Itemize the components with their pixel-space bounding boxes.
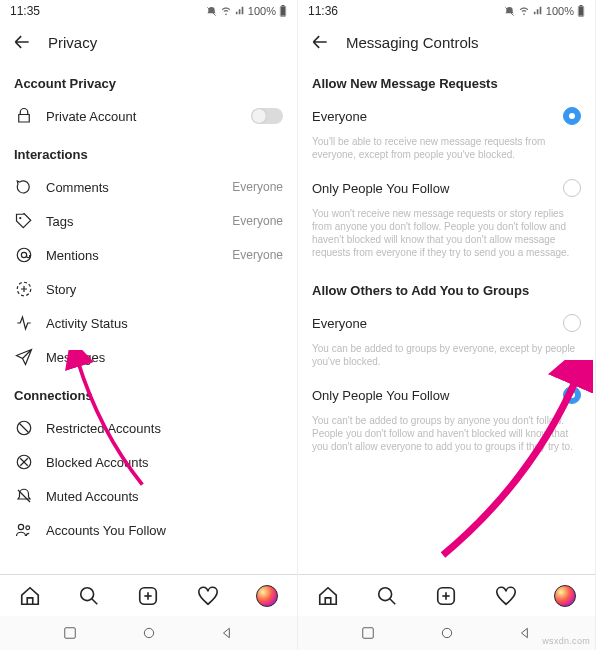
tab-bar [298, 574, 595, 616]
blocked-label: Blocked Accounts [46, 455, 283, 470]
row-muted[interactable]: Muted Accounts [14, 479, 283, 513]
row-mentions[interactable]: Mentions Everyone [14, 238, 283, 272]
row-messages[interactable]: Messages [14, 340, 283, 374]
phone-right: 11:36 100% Messaging Controls Allow New … [298, 0, 596, 650]
tab-bar [0, 574, 297, 616]
content: Account Privacy Private Account Interact… [0, 62, 297, 574]
page-title: Privacy [48, 34, 97, 51]
option-only-follow-label: Only People You Follow [312, 181, 551, 196]
section-groups: Allow Others to Add You to Groups [312, 269, 581, 306]
activity-icon [14, 314, 34, 332]
signal-icon [533, 6, 543, 16]
group-only-follow-label: Only People You Follow [312, 388, 551, 403]
section-connections: Connections [14, 374, 283, 411]
tab-new-post[interactable] [435, 585, 457, 607]
tab-profile[interactable] [554, 585, 576, 607]
nav-recent[interactable] [62, 625, 78, 641]
svg-point-6 [21, 252, 26, 257]
restricted-icon [14, 419, 34, 437]
group-option-only-follow[interactable]: Only People You Follow [312, 378, 581, 412]
svg-line-17 [92, 598, 98, 604]
phone-left: 11:35 100% Privacy Account Privacy Priva… [0, 0, 298, 650]
radio-only-follow[interactable] [563, 179, 581, 197]
story-label: Story [46, 282, 283, 297]
help-only-follow: You won't receive new message requests o… [312, 205, 581, 269]
row-activity-status[interactable]: Activity Status [14, 306, 283, 340]
help-everyone: You'll be able to receive new message re… [312, 133, 581, 171]
tab-home[interactable] [317, 585, 339, 607]
svg-line-28 [390, 598, 396, 604]
row-blocked[interactable]: Blocked Accounts [14, 445, 283, 479]
row-story[interactable]: Story [14, 272, 283, 306]
lock-icon [14, 107, 34, 125]
section-account-privacy: Account Privacy [14, 62, 283, 99]
option-only-follow[interactable]: Only People You Follow [312, 171, 581, 205]
tab-activity[interactable] [197, 585, 219, 607]
group-option-everyone[interactable]: Everyone [312, 306, 581, 340]
option-everyone[interactable]: Everyone [312, 99, 581, 133]
page-title: Messaging Controls [346, 34, 479, 51]
row-comments[interactable]: Comments Everyone [14, 170, 283, 204]
tags-label: Tags [46, 214, 220, 229]
help-group-only-follow: You can't be added to groups by anyone y… [312, 412, 581, 463]
svg-rect-25 [580, 5, 583, 6]
row-accounts-follow[interactable]: Accounts You Follow [14, 513, 283, 547]
messages-icon [14, 348, 34, 366]
tab-profile[interactable] [256, 585, 278, 607]
svg-point-33 [442, 628, 451, 637]
wifi-icon [518, 6, 530, 16]
radio-group-only-follow[interactable] [563, 386, 581, 404]
svg-rect-2 [282, 5, 285, 6]
tab-new-post[interactable] [137, 585, 159, 607]
battery-text: 100% [248, 5, 276, 17]
status-bar: 11:36 100% [298, 0, 595, 22]
private-account-toggle[interactable] [251, 108, 283, 124]
status-time: 11:36 [308, 4, 338, 18]
svg-line-9 [20, 424, 29, 433]
mention-icon [14, 246, 34, 264]
tab-search[interactable] [376, 585, 398, 607]
comments-value: Everyone [232, 180, 283, 194]
nav-recent[interactable] [360, 625, 376, 641]
signal-icon [235, 6, 245, 16]
row-private-account[interactable]: Private Account [14, 99, 283, 133]
tags-value: Everyone [232, 214, 283, 228]
battery-icon [279, 5, 287, 17]
comments-label: Comments [46, 180, 220, 195]
status-icons: 100% [206, 5, 287, 17]
restricted-label: Restricted Accounts [46, 421, 283, 436]
radio-everyone[interactable] [563, 107, 581, 125]
back-icon[interactable] [12, 32, 32, 52]
svg-rect-3 [281, 7, 285, 16]
nav-back[interactable] [517, 625, 533, 641]
comment-icon [14, 178, 34, 196]
help-group-everyone: You can be added to groups by everyone, … [312, 340, 581, 378]
svg-point-5 [17, 248, 31, 262]
option-everyone-label: Everyone [312, 109, 551, 124]
row-restricted[interactable]: Restricted Accounts [14, 411, 283, 445]
nav-home[interactable] [141, 625, 157, 641]
tag-icon [14, 212, 34, 230]
nav-back[interactable] [219, 625, 235, 641]
tab-home[interactable] [19, 585, 41, 607]
row-tags[interactable]: Tags Everyone [14, 204, 283, 238]
battery-icon [577, 5, 585, 17]
svg-point-15 [26, 526, 30, 530]
svg-rect-32 [363, 628, 374, 639]
svg-rect-26 [579, 7, 583, 16]
muted-label: Muted Accounts [46, 489, 283, 504]
back-icon[interactable] [310, 32, 330, 52]
radio-group-everyone[interactable] [563, 314, 581, 332]
content: Allow New Message Requests Everyone You'… [298, 62, 595, 574]
nav-home[interactable] [439, 625, 455, 641]
mentions-value: Everyone [232, 248, 283, 262]
private-account-label: Private Account [46, 109, 239, 124]
tab-search[interactable] [78, 585, 100, 607]
appbar: Messaging Controls [298, 22, 595, 62]
status-icons: 100% [504, 5, 585, 17]
system-nav [0, 616, 297, 650]
watermark: wsxdn.com [542, 636, 590, 646]
svg-rect-21 [65, 628, 76, 639]
tab-activity[interactable] [495, 585, 517, 607]
wifi-icon [220, 6, 232, 16]
